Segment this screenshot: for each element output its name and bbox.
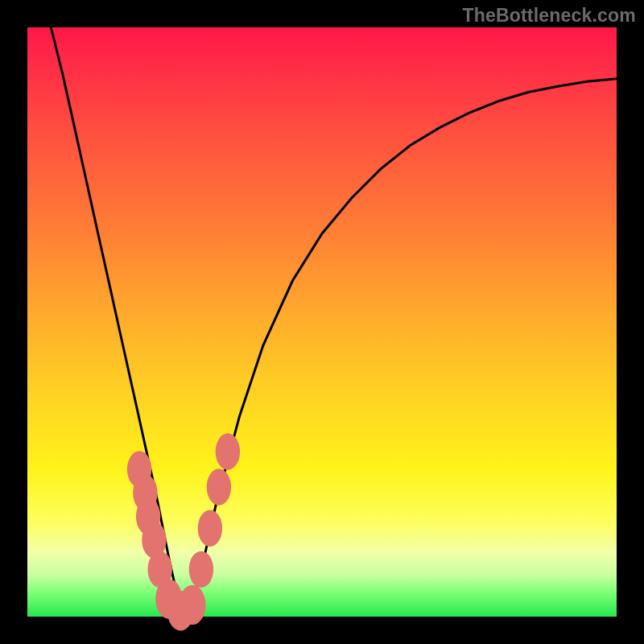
blob-marker <box>198 510 222 547</box>
blob-marker <box>189 551 213 588</box>
chart-svg <box>27 27 617 617</box>
bottleneck-curve <box>51 27 617 611</box>
watermark-text: TheBottleneck.com <box>462 5 636 27</box>
trough-blobs <box>127 433 240 630</box>
blob-marker <box>216 433 240 469</box>
blob-marker <box>180 585 206 625</box>
chart-frame: TheBottleneck.com <box>0 0 644 644</box>
blob-marker <box>207 469 231 505</box>
